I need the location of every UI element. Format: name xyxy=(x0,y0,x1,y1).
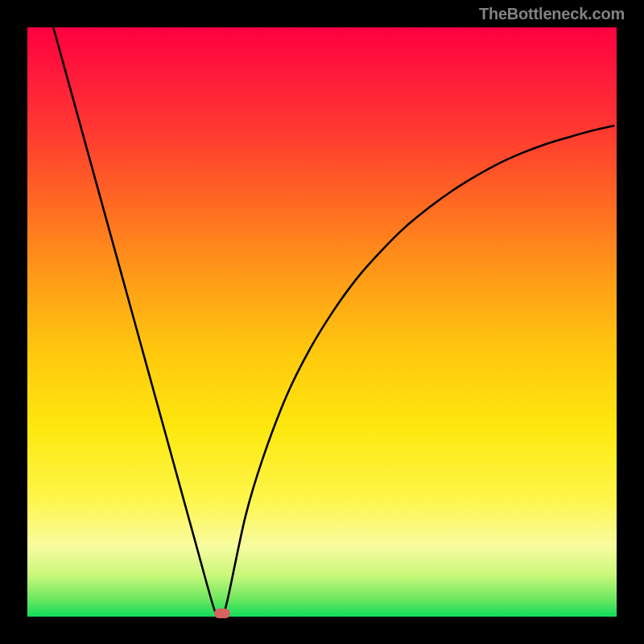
curve-svg xyxy=(27,27,617,617)
chart-container: TheBottleneck.com xyxy=(0,0,644,644)
optimal-point-marker xyxy=(214,609,230,618)
chart-gradient-background xyxy=(27,27,617,617)
attribution-text: TheBottleneck.com xyxy=(479,5,625,23)
bottleneck-curve xyxy=(53,27,613,617)
